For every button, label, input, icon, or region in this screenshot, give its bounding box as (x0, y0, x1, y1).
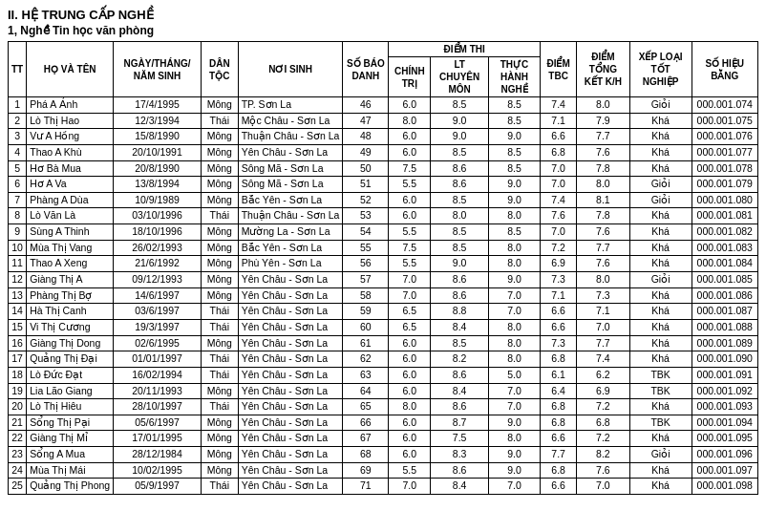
cell-tt: 17 (9, 351, 27, 368)
cell-ct: 6.0 (389, 367, 431, 383)
cell-ct: 6.5 (389, 304, 431, 320)
cell-shb: 000.001.095 (692, 431, 757, 447)
cell-th: 8.5 (488, 113, 540, 129)
cell-dantoc: Mông (201, 160, 238, 177)
table-row: 17Quảng Thị Đại01/01/1997TháiYên Châu - … (9, 351, 758, 368)
cell-noisinh: Yên Châu - Sơn La (238, 287, 343, 304)
cell-noisinh: Yên Châu - Sơn La (238, 479, 343, 495)
cell-dob: 20/11/1993 (114, 383, 202, 399)
cell-tt: 12 (9, 272, 27, 288)
cell-noisinh: Yên Châu - Sơn La (238, 367, 343, 383)
cell-dantoc: Mông (201, 192, 238, 208)
cell-tong: 7.7 (577, 129, 630, 145)
cell-sobd: 68 (343, 447, 389, 463)
cell-tbc: 7.3 (541, 272, 577, 288)
cell-dob: 03/6/1997 (114, 304, 202, 320)
cell-name: Hà Thị Canh (27, 304, 114, 320)
cell-th: 8.0 (488, 335, 540, 351)
cell-dob: 05/6/1997 (114, 415, 202, 431)
cell-dob: 13/8/1994 (114, 177, 202, 193)
cell-noisinh: Yên Châu - Sơn La (238, 447, 343, 463)
cell-tt: 10 (9, 240, 27, 256)
page-title: II. HỆ TRUNG CẤP NGHỀ (8, 8, 758, 22)
cell-shb: 000.001.094 (692, 415, 757, 431)
cell-sobd: 51 (343, 177, 389, 193)
cell-th: 8.5 (488, 97, 540, 114)
cell-tbc: 7.7 (541, 447, 577, 463)
cell-name: Phàng A Dùa (27, 192, 114, 208)
cell-ct: 6.0 (389, 192, 431, 208)
cell-noisinh: Yên Châu - Sơn La (238, 415, 343, 431)
cell-tt: 24 (9, 462, 27, 479)
table-row: 12Giàng Thị A09/12/1993MôngYên Châu - Sơ… (9, 272, 758, 288)
cell-tong: 7.0 (577, 319, 630, 335)
cell-tt: 19 (9, 383, 27, 399)
cell-loai: Giỏi (629, 447, 692, 463)
cell-noisinh: Bắc Yên - Sơn La (238, 192, 343, 208)
cell-name: Lò Thị Hiêu (27, 399, 114, 415)
cell-tbc: 6.6 (541, 479, 577, 495)
cell-ct: 7.0 (389, 479, 431, 495)
cell-th: 8.5 (488, 224, 540, 241)
cell-dob: 10/9/1989 (114, 192, 202, 208)
section-title: 1, Nghề Tin học văn phòng (8, 24, 758, 37)
cell-dob: 26/02/1993 (114, 240, 202, 256)
cell-noisinh: Yên Châu - Sơn La (238, 144, 343, 160)
cell-sobd: 50 (343, 160, 389, 177)
table-row: 16Giàng Thị Dong02/6/1995MôngYên Châu - … (9, 335, 758, 351)
cell-dantoc: Mông (201, 256, 238, 272)
cell-tbc: 7.4 (541, 192, 577, 208)
cell-tbc: 6.6 (541, 129, 577, 145)
cell-ct: 6.0 (389, 97, 431, 114)
cell-sobd: 63 (343, 367, 389, 383)
col-xeploai: XẾP LOẠI TỐT NGHIỆP (629, 42, 692, 97)
cell-loai: TBK (629, 383, 692, 399)
cell-lt: 8.5 (431, 97, 489, 114)
table-row: 2Lò Thị Hao12/3/1994TháiMộc Châu - Sơn L… (9, 113, 758, 129)
cell-th: 9.0 (488, 129, 540, 145)
cell-loai: Khá (629, 113, 692, 129)
cell-lt: 8.5 (431, 335, 489, 351)
cell-noisinh: Yên Châu - Sơn La (238, 335, 343, 351)
cell-tong: 6.2 (577, 367, 630, 383)
cell-th: 8.0 (488, 431, 540, 447)
cell-dantoc: Mông (201, 415, 238, 431)
cell-tong: 7.6 (577, 256, 630, 272)
cell-ct: 6.0 (389, 447, 431, 463)
cell-tong: 7.3 (577, 287, 630, 304)
cell-name: Hơ Bà Mua (27, 160, 114, 177)
cell-sobd: 60 (343, 319, 389, 335)
cell-loai: Khá (629, 351, 692, 368)
cell-th: 9.0 (488, 272, 540, 288)
cell-shb: 000.001.079 (692, 177, 757, 193)
cell-tt: 25 (9, 479, 27, 495)
cell-lt: 8.4 (431, 319, 489, 335)
cell-tbc: 7.3 (541, 335, 577, 351)
cell-th: 8.0 (488, 240, 540, 256)
cell-noisinh: Phù Yên - Sơn La (238, 256, 343, 272)
col-ngaysinh: NGÀY/THÁNG/ NĂM SINH (114, 42, 202, 97)
cell-lt: 8.4 (431, 479, 489, 495)
cell-dob: 01/01/1997 (114, 351, 202, 368)
cell-dantoc: Mông (201, 383, 238, 399)
cell-tt: 6 (9, 177, 27, 193)
col-lt: LT CHUYÊN MÔN (431, 57, 489, 97)
cell-ct: 5.5 (389, 462, 431, 479)
cell-shb: 000.001.088 (692, 319, 757, 335)
cell-th: 8.0 (488, 208, 540, 224)
cell-lt: 8.4 (431, 383, 489, 399)
cell-loai: Khá (629, 431, 692, 447)
cell-dantoc: Mông (201, 287, 238, 304)
cell-loai: Khá (629, 129, 692, 145)
cell-name: Lò Đức Đạt (27, 367, 114, 383)
cell-ct: 6.5 (389, 319, 431, 335)
cell-tt: 4 (9, 144, 27, 160)
cell-sobd: 52 (343, 192, 389, 208)
table-row: 19Lia Lão Giang20/11/1993MôngYên Châu - … (9, 383, 758, 399)
cell-noisinh: Yên Châu - Sơn La (238, 399, 343, 415)
cell-sobd: 71 (343, 479, 389, 495)
cell-name: Sổng Thị Pại (27, 415, 114, 431)
cell-dob: 17/4/1995 (114, 97, 202, 114)
cell-tbc: 6.8 (541, 399, 577, 415)
cell-shb: 000.001.098 (692, 479, 757, 495)
